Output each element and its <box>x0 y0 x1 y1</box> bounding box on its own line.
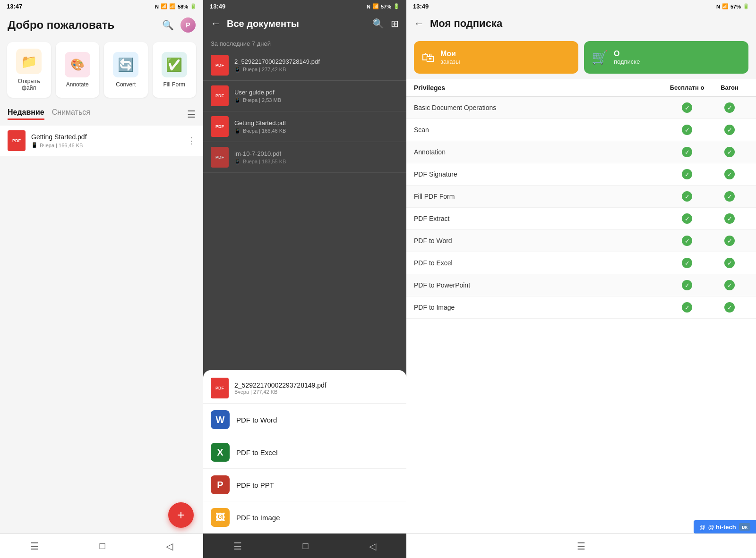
back-button-2[interactable]: ← <box>211 17 221 30</box>
wifi-icon-3: 📶 <box>722 3 729 9</box>
device-icon-d1: 📱 <box>234 67 241 73</box>
check-icon-f0: ✓ <box>682 102 692 113</box>
sheet-file-name: 2_52922170002293728149.pdf <box>234 381 326 389</box>
priv-wagon-4: ✓ <box>711 191 748 202</box>
dark-name-2: User guide.pdf <box>234 89 399 96</box>
dark-name-3: Getting Started.pdf <box>234 119 399 127</box>
dark-header-icons: 🔍 ⊞ <box>372 18 399 29</box>
avatar-button-1[interactable]: P <box>180 17 196 33</box>
convert-to-word[interactable]: W PDF to Word <box>203 404 406 436</box>
dark-file-list: PDF 2_52922170002293728149.pdf 📱 Вчера |… <box>203 50 406 370</box>
nav-back-2[interactable]: ◁ <box>369 541 376 552</box>
priv-col-wagon: Вагон <box>711 84 748 92</box>
convert-to-ppt[interactable]: P PDF to PPT <box>203 469 406 501</box>
priv-name-3: PDF Signature <box>414 170 663 178</box>
dark-file-item-4[interactable]: PDF im-10-7-2010.pdf 📱 Вчера | 183,55 KB <box>203 142 406 173</box>
action-open[interactable]: 📁 Открыть файл <box>7 42 51 98</box>
signal-icon: 📶 <box>169 3 176 9</box>
search-button-1[interactable]: 🔍 <box>162 19 174 31</box>
nav-menu-3[interactable]: ☰ <box>577 541 585 552</box>
nfc-icon-2: N <box>367 4 370 9</box>
dark-file-item-2[interactable]: PDF User guide.pdf 📱 Вчера | 2,53 MB <box>203 81 406 111</box>
subscription-cards: 🛍 Мои заказы 🛒 О подписке <box>406 35 756 79</box>
nav-home-1[interactable]: □ <box>99 541 105 551</box>
battery-icon-2: 🔋 <box>393 3 400 9</box>
convert-to-image[interactable]: 🖼 PDF to Image <box>203 501 406 533</box>
dark-name-4: im-10-7-2010.pdf <box>234 150 399 157</box>
priv-wagon-6: ✓ <box>711 236 748 246</box>
dark-info-1: 2_52922170002293728149.pdf 📱 Вчера | 277… <box>234 58 399 73</box>
action-convert[interactable]: 🔄 Convert <box>104 42 148 98</box>
convert-to-excel[interactable]: X PDF to Excel <box>203 436 406 469</box>
nav-menu-2[interactable]: ☰ <box>233 541 242 552</box>
convert-icon-wrap: 🔄 <box>113 52 138 77</box>
image-label: PDF to Image <box>236 514 280 522</box>
tab-recent[interactable]: Недавние <box>8 108 44 120</box>
status-icons-3: N 📶 57% 🔋 <box>716 3 749 9</box>
priv-name-9: PDF to Image <box>414 304 663 311</box>
watermark: @ @ hi-tech вк <box>694 520 756 533</box>
annotate-icon: 🎨 <box>70 58 85 71</box>
at-icon: @ <box>699 524 705 531</box>
wifi-icon-2: 📶 <box>372 3 379 9</box>
priv-col-name: Privileges <box>414 84 663 92</box>
open-icon: 📁 <box>21 54 37 69</box>
file-more-1[interactable]: ⋮ <box>187 135 196 146</box>
subscribe-text: О подписке <box>614 50 640 65</box>
dark-meta-1: 📱 Вчера | 277,42 KB <box>234 67 399 73</box>
battery-1: 58% <box>178 4 188 9</box>
sheet-thumb: PDF <box>211 378 229 398</box>
nav-back-1[interactable]: ◁ <box>166 541 173 552</box>
sort-icon[interactable]: ☰ <box>187 109 196 120</box>
convert-label: Convert <box>116 81 136 88</box>
file-device-icon-1: 📱 <box>31 142 38 148</box>
subscribe-card[interactable]: 🛒 О подписке <box>584 41 748 74</box>
battery-icon-3: 🔋 <box>743 3 749 9</box>
check-icon-w8: ✓ <box>724 280 735 290</box>
priv-name-4: Fill PDF Form <box>414 193 663 200</box>
subscribe-icon: 🛒 <box>592 50 608 65</box>
panel-home: 13:47 N 📶 📶 58% 🔋 Добро пожаловать 🔍 P 📁… <box>0 0 203 558</box>
tab-cloud[interactable]: Сниматься <box>52 108 90 120</box>
priv-free-5: ✓ <box>663 213 711 224</box>
priv-name-1: Scan <box>414 126 663 134</box>
check-icon-w7: ✓ <box>724 258 735 268</box>
fab-button[interactable]: + <box>168 502 194 528</box>
orders-card[interactable]: 🛍 Мои заказы <box>414 41 578 74</box>
dark-meta-2: 📱 Вчера | 2,53 MB <box>234 97 399 103</box>
back-button-3[interactable]: ← <box>414 17 424 30</box>
priv-row-9: PDF to Image ✓ ✓ <box>406 296 756 319</box>
subscribe-subtitle: подписке <box>614 58 640 65</box>
annotate-icon-wrap: 🎨 <box>65 52 90 77</box>
check-icon-f5: ✓ <box>682 213 692 224</box>
status-bar-3: 13:49 N 📶 57% 🔋 <box>406 0 756 13</box>
quick-actions: 📁 Открыть файл 🎨 Annotate 🔄 Convert ✅ Fi… <box>0 38 203 105</box>
dark-file-item-1[interactable]: PDF 2_52922170002293728149.pdf 📱 Вчера |… <box>203 50 406 81</box>
sheet-file-info: 2_52922170002293728149.pdf Вчера | 277,4… <box>234 381 326 395</box>
action-fill[interactable]: ✅ Fill Form <box>153 42 197 98</box>
priv-row-2: Annotation ✓ ✓ <box>406 141 756 163</box>
file-item-1[interactable]: PDF Getting Started.pdf 📱 Вчера | 166,46… <box>0 126 203 156</box>
sheet-file-meta: Вчера | 277,42 KB <box>234 389 326 395</box>
check-icon-f7: ✓ <box>682 258 692 268</box>
nav-menu-1[interactable]: ☰ <box>30 541 39 552</box>
action-annotate[interactable]: 🎨 Annotate <box>56 42 100 98</box>
search-button-2[interactable]: 🔍 <box>372 18 384 29</box>
priv-wagon-0: ✓ <box>711 102 748 113</box>
priv-name-0: Basic Document Operations <box>414 104 663 111</box>
orders-icon: 🛍 <box>421 50 435 65</box>
priv-row-4: Fill PDF Form ✓ ✓ <box>406 186 756 208</box>
fill-icon: ✅ <box>166 57 182 73</box>
check-icon-w9: ✓ <box>724 302 735 313</box>
privileges-table: Privileges Бесплатн о Вагон Basic Docume… <box>406 79 756 533</box>
priv-wagon-3: ✓ <box>711 169 748 179</box>
dark-file-item-3[interactable]: PDF Getting Started.pdf 📱 Вчера | 166,46… <box>203 111 406 142</box>
priv-row-5: PDF Extract ✓ ✓ <box>406 208 756 230</box>
check-icon-w4: ✓ <box>724 191 735 202</box>
nav-home-2[interactable]: □ <box>302 541 308 551</box>
priv-row-1: Scan ✓ ✓ <box>406 119 756 141</box>
grid-button-2[interactable]: ⊞ <box>391 18 399 29</box>
panel-documents: 13:49 N 📶 57% 🔋 ← Все документы 🔍 ⊞ За п… <box>203 0 406 558</box>
dark-info-3: Getting Started.pdf 📱 Вчера | 166,46 KB <box>234 119 399 134</box>
dark-thumb-1: PDF <box>211 55 229 76</box>
